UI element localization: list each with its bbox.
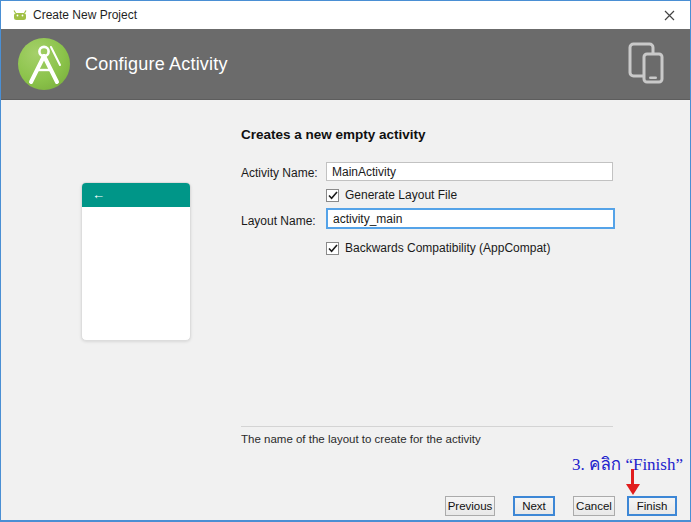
layout-name-label: Layout Name: <box>241 214 316 228</box>
next-button[interactable]: Next <box>513 496 555 516</box>
cancel-button[interactable]: Cancel <box>573 496 615 516</box>
checkbox-checked-icon[interactable] <box>326 242 339 255</box>
content-area: ← Creates a new empty activity Activity … <box>1 100 690 520</box>
divider <box>241 426 613 427</box>
red-arrow-icon <box>631 469 634 484</box>
page-title: Configure Activity <box>85 29 228 100</box>
finish-button[interactable]: Finish <box>627 496 677 516</box>
backwards-compat-checkbox-row[interactable]: Backwards Compatibility (AppCompat) <box>326 241 550 255</box>
activity-name-label: Activity Name: <box>241 166 318 180</box>
android-studio-logo-icon <box>18 38 70 90</box>
backwards-compat-label: Backwards Compatibility (AppCompat) <box>345 241 550 255</box>
window-title: Create New Project <box>33 1 137 29</box>
close-icon <box>664 10 675 21</box>
back-arrow-icon: ← <box>92 187 105 202</box>
activity-name-input[interactable] <box>326 162 613 181</box>
red-arrow-head-icon <box>626 484 640 495</box>
android-icon <box>11 8 29 22</box>
generate-layout-checkbox-row[interactable]: Generate Layout File <box>326 188 457 202</box>
title-bar: Create New Project <box>1 1 690 29</box>
preview-appbar: ← <box>82 183 190 207</box>
create-new-project-dialog: Create New Project Configure Activity <box>0 0 691 522</box>
generate-layout-label: Generate Layout File <box>345 188 457 202</box>
devices-icon <box>627 41 677 91</box>
form-heading: Creates a new empty activity <box>241 127 426 142</box>
close-button[interactable] <box>658 5 680 25</box>
previous-button[interactable]: Previous <box>445 496 495 516</box>
layout-hint-text: The name of the layout to create for the… <box>241 433 481 445</box>
checkbox-checked-icon[interactable] <box>326 189 339 202</box>
activity-preview-thumbnail: ← <box>81 182 191 341</box>
annotation-click-finish: 3. คลิก “Finish” <box>572 450 683 477</box>
layout-name-input[interactable] <box>326 208 615 229</box>
wizard-header: Configure Activity <box>1 29 690 100</box>
